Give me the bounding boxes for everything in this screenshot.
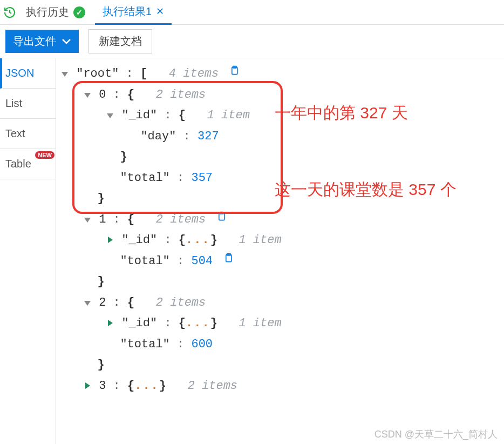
total-value: 600 — [191, 338, 213, 351]
view-tab-text[interactable]: Text — [0, 119, 56, 149]
tree-item-1-id[interactable]: "_id" : {...} 1 item — [60, 230, 500, 251]
watermark: CSDN @天草二十六_简村人 — [374, 428, 498, 441]
view-tabs: JSON List Text Table NEW — [0, 58, 56, 444]
toolbar: 导出文件 新建文档 — [0, 25, 504, 58]
tree-item-3[interactable]: 3 : {...} 2 items — [60, 376, 500, 397]
item-meta: 2 items — [156, 88, 206, 102]
id-meta: 1 item — [239, 233, 281, 247]
ellipsis: ... — [186, 233, 210, 247]
id-meta: 1 item — [239, 317, 281, 330]
annotation-day: 一年中的第 327 天 — [275, 102, 408, 124]
caret-right-icon[interactable] — [106, 313, 114, 334]
ellipsis: ... — [134, 379, 159, 393]
caret-down-icon[interactable] — [83, 293, 92, 314]
tree-item-1[interactable]: 1 : { 2 items — [60, 210, 500, 231]
view-tab-list[interactable]: List — [0, 89, 56, 119]
ellipsis: ... — [186, 317, 210, 330]
item-index: 2 — [99, 296, 106, 310]
item-index: 0 — [99, 88, 106, 102]
total-value: 504 — [191, 254, 213, 268]
caret-right-icon[interactable] — [83, 376, 92, 397]
total-key: "total" — [120, 171, 169, 185]
open-bracket: [ — [140, 67, 147, 80]
total-key: "total" — [120, 254, 169, 268]
item-index: 1 — [99, 213, 106, 226]
caret-down-icon[interactable] — [83, 210, 92, 231]
root-meta: 4 items — [169, 67, 219, 80]
view-tab-table[interactable]: Table NEW — [0, 149, 56, 179]
new-doc-button-label: 新建文档 — [99, 35, 142, 47]
tab-result[interactable]: 执行结果1 ✕ — [95, 0, 172, 25]
clipboard-icon[interactable] — [216, 211, 227, 223]
id-key: "_id" — [121, 109, 157, 122]
view-tab-json[interactable]: JSON — [0, 58, 56, 89]
export-button[interactable]: 导出文件 — [5, 30, 79, 53]
tab-result-label: 执行结果1 — [103, 4, 152, 19]
day-key: "day" — [140, 130, 176, 143]
chevron-down-icon — [62, 35, 71, 48]
annotation-total: 这一天的课堂数是 357 个 — [275, 178, 458, 201]
id-meta: 1 item — [207, 109, 250, 122]
id-key: "_id" — [121, 317, 157, 330]
clipboard-icon[interactable] — [223, 252, 234, 264]
day-value: 327 — [197, 130, 219, 143]
close-brace: } — [60, 147, 500, 168]
caret-right-icon[interactable] — [106, 230, 114, 251]
clipboard-icon[interactable] — [229, 65, 240, 77]
json-tree: "root" : [ 4 items 0 : { 2 items "_id" :… — [56, 58, 504, 444]
tab-history[interactable]: 执行历史 ✓ — [18, 0, 93, 25]
new-badge: NEW — [35, 151, 55, 159]
history-icon — [3, 6, 16, 19]
new-doc-button[interactable]: 新建文档 — [88, 29, 152, 53]
check-icon: ✓ — [73, 6, 85, 18]
item-meta: 2 items — [156, 296, 206, 310]
view-tab-table-label: Table — [5, 158, 31, 170]
tree-item-2-total[interactable]: "total" : 600 — [60, 334, 500, 355]
caret-down-icon[interactable] — [106, 105, 114, 126]
tree-item-2-id[interactable]: "_id" : {...} 1 item — [60, 313, 500, 334]
tree-item-0-day[interactable]: "day" : 327 — [60, 126, 500, 147]
item-index: 3 — [99, 379, 106, 393]
tree-root[interactable]: "root" : [ 4 items — [60, 64, 500, 85]
export-button-label: 导出文件 — [13, 34, 56, 49]
root-key: "root" — [76, 67, 119, 80]
tree-item-2[interactable]: 2 : { 2 items — [60, 293, 500, 314]
close-brace: } — [60, 355, 500, 376]
total-key: "total" — [120, 338, 169, 351]
close-icon[interactable]: ✕ — [156, 5, 164, 17]
close-brace: } — [60, 272, 500, 293]
item-meta: 2 items — [188, 379, 237, 393]
caret-down-icon[interactable] — [60, 64, 69, 85]
main-area: JSON List Text Table NEW "root" : [ 4 it… — [0, 58, 504, 444]
total-value: 357 — [191, 171, 213, 185]
top-tabs: 执行历史 ✓ 执行结果1 ✕ — [0, 0, 504, 25]
tab-history-label: 执行历史 — [26, 5, 69, 19]
item-meta: 2 items — [156, 213, 206, 226]
caret-down-icon[interactable] — [83, 85, 92, 106]
tree-item-1-total[interactable]: "total" : 504 — [60, 251, 500, 272]
id-key: "_id" — [121, 233, 157, 247]
